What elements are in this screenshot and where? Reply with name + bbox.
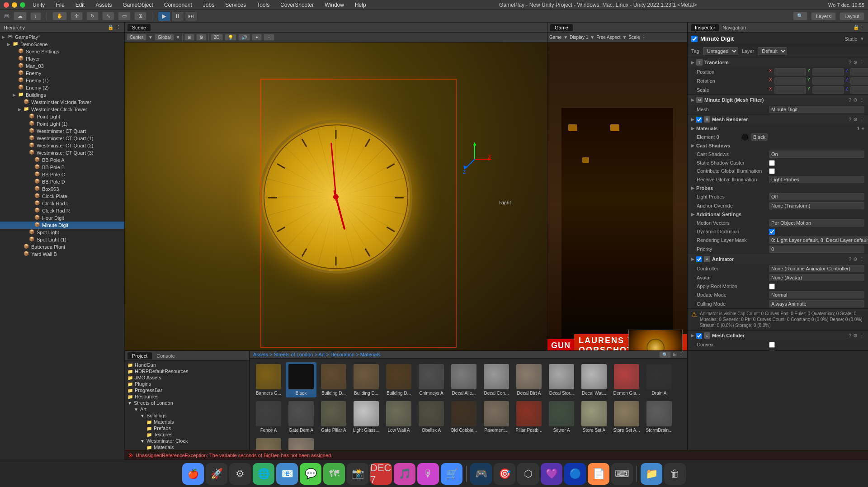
global-btn[interactable]: Global (155, 34, 174, 41)
dock-files[interactable]: 📁 (641, 463, 662, 485)
inspector-lock[interactable]: 🔒 (853, 24, 859, 30)
layout-button[interactable]: Layout (840, 12, 864, 20)
hierarchy-item[interactable]: 📦Hour Digit (0, 214, 124, 222)
mat-plus[interactable]: + (862, 126, 864, 131)
search-btn[interactable]: 🔍 (793, 12, 807, 20)
material-item[interactable]: Store Set A (579, 399, 609, 435)
material-item[interactable]: Fence A (253, 399, 284, 435)
mesh-renderer-header[interactable]: ▶ R Mesh Renderer ? ⚙ ⋮ (688, 114, 868, 124)
mf-settings[interactable]: ⚙ (853, 97, 858, 103)
scene-more[interactable]: ⋮ (264, 34, 274, 41)
hierarchy-item[interactable]: 📦Point Light (1) (0, 120, 124, 128)
lighting-section[interactable]: ▶ Cast Shadows (688, 142, 868, 150)
hierarchy-item[interactable]: 📦Westminster CT Quart (1) (0, 135, 124, 142)
hierarchy-item[interactable]: 📦Battersea Plant (0, 243, 124, 251)
material-item[interactable]: Building D... (318, 362, 349, 397)
cast-shadows-select[interactable]: On (769, 151, 864, 158)
menu-jobs[interactable]: Jobs (201, 1, 216, 9)
tab-console[interactable]: Console (152, 352, 179, 359)
effects-btn[interactable]: ✦ (252, 34, 262, 41)
material-item[interactable]: Low Wall A (383, 399, 414, 435)
material-item[interactable]: Decal Alle... (448, 362, 479, 397)
hierarchy-item[interactable]: 📦Man_03 (0, 62, 124, 70)
hierarchy-item[interactable]: ▶📁Westminster Clock Tower (0, 106, 124, 113)
hierarchy-item[interactable]: 📦Spot Light (0, 229, 124, 236)
view-toggle[interactable]: ⊞ (673, 351, 677, 358)
animator-header[interactable]: ▶ A Animator ? ⚙ ⋮ (688, 254, 868, 264)
material-item[interactable]: Light Glass... (351, 399, 382, 435)
scene-viewport[interactable]: Y X Z Right (125, 43, 547, 350)
hierarchy-item[interactable]: 📦BB Pole A (0, 156, 124, 164)
dock-podcasts[interactable]: 🎙 (417, 463, 439, 485)
material-item[interactable]: Building D... (383, 362, 414, 397)
dock-mail[interactable]: 📧 (276, 463, 298, 485)
controller-value[interactable]: None (Runtime Animator Controller) (769, 265, 864, 272)
material-item[interactable]: Pillar Postb... (514, 399, 544, 435)
material-item[interactable]: Decal Stor... (546, 362, 577, 397)
mc-info[interactable]: ? (849, 333, 851, 339)
dock-system-prefs[interactable]: ⚙ (229, 463, 251, 485)
project-tree-item[interactable]: 📁Materials (126, 444, 248, 450)
static-dropdown[interactable]: ▼ (860, 36, 864, 41)
dock-unity[interactable]: 🎯 (494, 463, 515, 485)
rendering-layer-select[interactable]: 0: Light Layer default, 8: Decal Layer d… (769, 236, 868, 244)
rot-y-input[interactable]: 0 (812, 77, 844, 85)
hierarchy-item[interactable]: ▶🎮GamePlay* (0, 33, 124, 41)
tag-dropdown[interactable]: Untagged (703, 47, 738, 55)
object-active-checkbox[interactable] (691, 36, 698, 42)
tab-navigation[interactable]: Navigation (719, 24, 750, 31)
project-tree-item[interactable]: 📁Materials (126, 419, 248, 425)
menu-covershooter[interactable]: CoverShooter (278, 1, 316, 9)
light-probes-select[interactable]: Off (769, 193, 864, 200)
anim-settings[interactable]: ⚙ (853, 256, 858, 262)
avatar-value[interactable]: None (Avatar) (769, 274, 864, 281)
mf-more[interactable]: ⋮ (859, 97, 864, 103)
hierarchy-item[interactable]: 📦Clock Rod L (0, 200, 124, 207)
transform-settings[interactable]: ⚙ (853, 60, 858, 66)
transform-more[interactable]: ⋮ (859, 60, 864, 66)
material-item[interactable]: Decal Con... (481, 362, 512, 397)
hierarchy-item[interactable]: 📦Spot Light (1) (0, 236, 124, 243)
materials-more[interactable]: ⋮ (679, 351, 684, 358)
layers-button[interactable]: Layers (811, 12, 836, 20)
apply-root-checkbox[interactable] (769, 284, 775, 289)
material-item[interactable]: Banners G... (253, 362, 284, 397)
rot-x-input[interactable]: 0 (774, 77, 806, 85)
pos-x-input[interactable]: -0.1474791 (774, 68, 806, 76)
material-item[interactable]: Drain A (644, 362, 675, 397)
receive-global-select[interactable]: Light Probes (769, 176, 864, 183)
dock-visual-studio[interactable]: 💜 (541, 463, 562, 485)
scale-more[interactable]: ⋮ (642, 35, 646, 40)
material-value[interactable]: Black (751, 133, 768, 141)
material-item[interactable]: Street Lan... (253, 436, 284, 450)
culling-mode-select[interactable]: Always Animate (769, 300, 864, 307)
move-tool[interactable]: ✛ (71, 12, 83, 20)
audio-btn[interactable]: 🔊 (238, 34, 250, 41)
probes-section[interactable]: ▶ Probes (688, 184, 868, 192)
mf-info[interactable]: ? (849, 97, 851, 103)
mr-enabled-checkbox[interactable] (696, 117, 702, 123)
priority-value[interactable]: 0 (769, 246, 864, 253)
tab-scene[interactable]: Scene (127, 24, 151, 31)
hierarchy-item[interactable]: 📦Clock Rod R (0, 207, 124, 214)
transform-tool[interactable]: ⊞ (134, 12, 146, 20)
2d-btn[interactable]: 2D (211, 34, 223, 41)
menu-tools[interactable]: Tools (255, 1, 271, 9)
motion-vectors-select[interactable]: Per Object Motion (769, 219, 864, 227)
material-item[interactable]: Demon Gla... (611, 362, 642, 397)
anim-more[interactable]: ⋮ (859, 256, 864, 262)
menu-component[interactable]: Component (162, 1, 194, 9)
tab-game[interactable]: Game (550, 24, 573, 31)
anim-info[interactable]: ? (849, 256, 851, 262)
dock-maps[interactable]: 🗺 (323, 463, 345, 485)
project-tree-item[interactable]: 📁ProgressBar (126, 387, 248, 393)
menu-edit[interactable]: Edit (74, 1, 87, 9)
material-item[interactable]: Wall Lante... (286, 436, 316, 450)
hierarchy-item[interactable]: 📦Enemy (2) (0, 84, 124, 91)
grid-btn[interactable]: ⊞ (184, 34, 194, 41)
hierarchy-item[interactable]: 📦Westminster CT Quart (3) (0, 149, 124, 156)
pos-y-input[interactable]: -6.636309 (812, 68, 844, 76)
dock-terminal[interactable]: ⌨ (611, 463, 633, 485)
material-item[interactable]: Chimneys A (416, 362, 447, 397)
dock-launchpad[interactable]: 🚀 (206, 463, 227, 485)
